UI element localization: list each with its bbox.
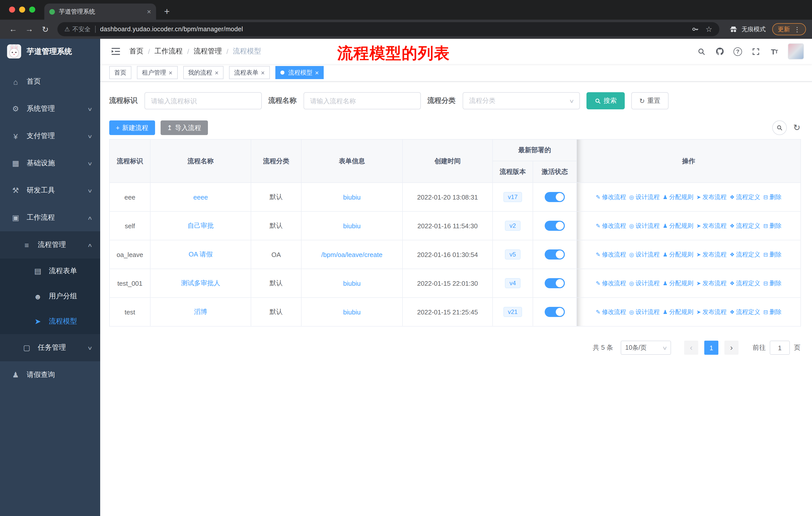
current-page-button[interactable]: 1 — [704, 341, 718, 355]
tag-item[interactable]: 流程表单× — [229, 66, 269, 79]
close-icon[interactable]: × — [215, 69, 219, 76]
close-window-button[interactable] — [9, 6, 15, 12]
version-tag[interactable]: v21 — [503, 307, 522, 317]
version-tag[interactable]: v4 — [505, 278, 520, 288]
font-size-icon[interactable]: TT — [769, 46, 779, 56]
action-assign[interactable]: ♟分配规则 — [663, 193, 693, 201]
collapse-sidebar-icon[interactable] — [110, 46, 121, 57]
key-icon[interactable] — [691, 25, 699, 33]
model-name-link[interactable]: 测试多审批人 — [181, 279, 220, 287]
sidebar-item[interactable]: ♟请假查询 — [0, 361, 100, 388]
form-link[interactable]: biubiu — [343, 308, 360, 316]
action-definition[interactable]: ❖流程定义 — [730, 193, 760, 201]
breadcrumb-item[interactable]: 首页 — [129, 47, 143, 56]
sidebar-item[interactable]: ¥支付管理∨ — [0, 123, 100, 150]
reset-button[interactable]: ↻ 重置 — [631, 92, 669, 109]
minimize-window-button[interactable] — [19, 6, 25, 12]
breadcrumb-item[interactable]: 流程管理 — [194, 47, 222, 56]
action-design[interactable]: ◎设计流程 — [629, 250, 660, 259]
next-page-button[interactable]: › — [724, 341, 738, 355]
user-avatar[interactable] — [788, 43, 804, 59]
action-publish[interactable]: ➤发布流程 — [696, 193, 726, 201]
action-definition[interactable]: ❖流程定义 — [730, 250, 760, 259]
sidebar-item[interactable]: ≡流程管理∧ — [0, 231, 100, 259]
sidebar-item[interactable]: ⚒研发工具∨ — [0, 177, 100, 204]
action-assign[interactable]: ♟分配规则 — [663, 279, 693, 288]
sidebar-item[interactable]: ⌂首页 — [0, 68, 100, 95]
security-status[interactable]: ⚠ 不安全 — [64, 25, 91, 33]
fullscreen-icon[interactable] — [751, 46, 761, 56]
reload-icon[interactable]: ↻ — [38, 22, 52, 36]
form-link[interactable]: biubiu — [343, 279, 360, 287]
breadcrumb-item[interactable]: 工作流程 — [154, 47, 183, 56]
version-tag[interactable]: v2 — [505, 221, 520, 231]
version-tag[interactable]: v17 — [503, 192, 522, 202]
help-icon[interactable]: ? — [733, 47, 742, 56]
kebab-menu-icon[interactable]: ⋮ — [794, 25, 801, 33]
page-size-select[interactable]: 10条/页 ∨ — [621, 341, 671, 355]
action-edit[interactable]: ✎修改流程 — [596, 193, 626, 201]
action-edit[interactable]: ✎修改流程 — [596, 308, 626, 316]
action-publish[interactable]: ➤发布流程 — [696, 308, 726, 316]
action-edit[interactable]: ✎修改流程 — [596, 279, 626, 288]
sidebar-item[interactable]: ➤流程模型 — [0, 309, 100, 334]
tab-close-icon[interactable]: × — [147, 7, 151, 16]
forward-icon[interactable]: → — [22, 22, 36, 36]
sidebar-item[interactable]: ▢任务管理∨ — [0, 334, 100, 361]
action-delete[interactable]: ⊟删除 — [763, 279, 782, 288]
version-tag[interactable]: v5 — [505, 249, 520, 260]
tag-active[interactable]: 流程模型× — [276, 66, 324, 79]
model-name-link[interactable]: 滔博 — [194, 308, 207, 316]
action-design[interactable]: ◎设计流程 — [629, 221, 660, 230]
action-publish[interactable]: ➤发布流程 — [696, 250, 726, 259]
action-design[interactable]: ◎设计流程 — [629, 279, 660, 288]
back-icon[interactable]: ← — [6, 22, 20, 36]
filter-key-input[interactable] — [144, 92, 262, 109]
app-logo[interactable]: 芋道管理系统 — [0, 39, 100, 64]
import-process-button[interactable]: ↥ 导入流程 — [160, 120, 208, 135]
form-link[interactable]: biubiu — [343, 222, 360, 229]
action-publish[interactable]: ➤发布流程 — [696, 279, 726, 288]
action-assign[interactable]: ♟分配规则 — [663, 250, 693, 259]
active-toggle[interactable] — [545, 249, 565, 260]
action-delete[interactable]: ⊟删除 — [763, 221, 782, 230]
model-name-link[interactable]: 自己审批 — [187, 222, 214, 229]
action-edit[interactable]: ✎修改流程 — [596, 250, 626, 259]
action-assign[interactable]: ♟分配规则 — [663, 221, 693, 230]
zoom-window-button[interactable] — [29, 6, 35, 12]
browser-update-button[interactable]: 更新 ⋮ — [772, 23, 806, 35]
filter-name-input[interactable] — [303, 92, 421, 109]
browser-tab[interactable]: 芋道管理系统 × — [44, 3, 156, 20]
active-toggle[interactable] — [545, 307, 565, 317]
address-bar[interactable]: ⚠ 不安全 dashboard.yudao.iocoder.cn/bpm/man… — [57, 22, 719, 36]
search-icon[interactable] — [696, 46, 706, 56]
close-icon[interactable]: × — [261, 69, 265, 76]
action-definition[interactable]: ❖流程定义 — [730, 279, 760, 288]
close-icon[interactable]: × — [315, 69, 319, 76]
action-design[interactable]: ◎设计流程 — [629, 308, 660, 316]
github-icon[interactable] — [715, 46, 725, 56]
action-edit[interactable]: ✎修改流程 — [596, 221, 626, 230]
sidebar-item[interactable]: ▤流程表单 — [0, 259, 100, 284]
model-name-link[interactable]: OA 请假 — [188, 250, 212, 258]
action-assign[interactable]: ♟分配规则 — [663, 308, 693, 316]
table-search-button[interactable] — [772, 120, 787, 135]
tag-item[interactable]: 我的流程× — [183, 66, 224, 79]
sidebar-item[interactable]: ⚙系统管理∨ — [0, 95, 100, 123]
action-design[interactable]: ◎设计流程 — [629, 193, 660, 201]
filter-category-select[interactable]: 流程分类 ∨ — [463, 92, 580, 109]
sidebar-item[interactable]: ▣工作流程∧ — [0, 204, 100, 231]
close-icon[interactable]: × — [169, 69, 172, 76]
action-delete[interactable]: ⊟删除 — [763, 250, 782, 259]
sidebar-item[interactable]: ☻用户分组 — [0, 284, 100, 309]
form-link[interactable]: biubiu — [343, 193, 360, 201]
action-delete[interactable]: ⊟删除 — [763, 308, 782, 316]
active-toggle[interactable] — [545, 278, 565, 288]
tag-item[interactable]: 租户管理× — [137, 66, 177, 79]
active-toggle[interactable] — [545, 221, 565, 231]
prev-page-button[interactable]: ‹ — [684, 341, 698, 355]
action-delete[interactable]: ⊟删除 — [763, 193, 782, 201]
active-toggle[interactable] — [545, 192, 565, 202]
tag-item[interactable]: 首页 — [109, 66, 132, 79]
create-process-button[interactable]: + 新建流程 — [109, 120, 155, 135]
